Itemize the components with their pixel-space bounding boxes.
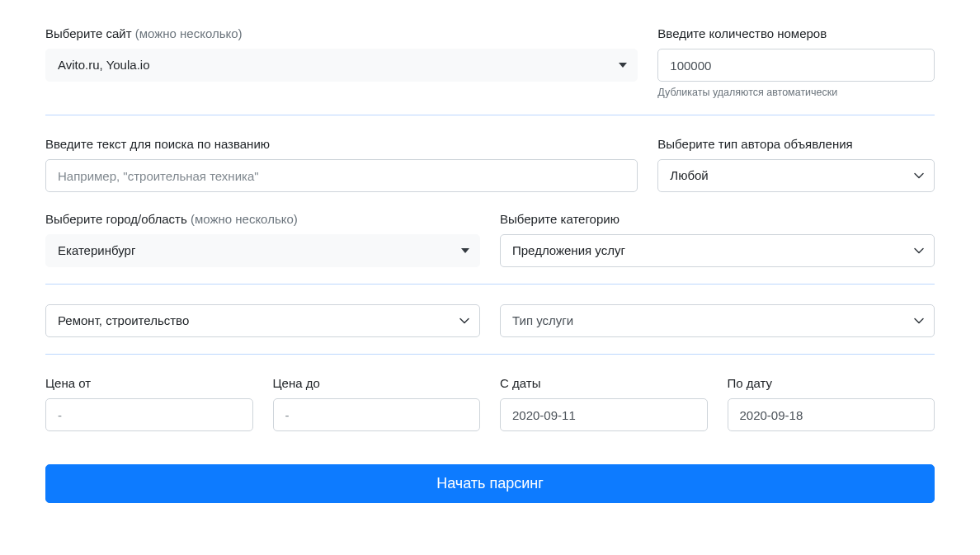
count-label: Введите количество номеров <box>657 25 935 42</box>
price-to-input[interactable] <box>273 398 481 431</box>
site-select-value: Avito.ru, Youla.io <box>58 56 149 75</box>
author-type-value: Любой <box>670 167 708 186</box>
date-from-label: С даты <box>500 374 708 392</box>
subcategory1-select[interactable]: Ремонт, строительство <box>45 304 480 337</box>
city-label-main: Выберите город/область <box>45 212 191 226</box>
divider <box>45 284 935 285</box>
subcategory2-select[interactable]: Тип услуги <box>500 304 935 337</box>
start-parsing-button[interactable]: Начать парсинг <box>45 464 935 503</box>
site-select[interactable]: Avito.ru, Youla.io <box>45 49 638 82</box>
count-input[interactable] <box>657 49 935 82</box>
category-select[interactable]: Предложения услуг <box>500 234 935 267</box>
search-text-label: Введите текст для поиска по названию <box>45 135 638 153</box>
date-to-input[interactable] <box>728 398 935 431</box>
site-label-main: Выберите сайт <box>45 26 135 40</box>
category-label: Выберите категорию <box>500 210 935 228</box>
count-hint: Дубликаты удаляются автоматически <box>657 87 935 98</box>
city-select-value: Екатеринбург <box>58 242 135 261</box>
divider <box>45 115 935 115</box>
author-type-label: Выберите тип автора объявления <box>657 135 935 153</box>
city-select[interactable]: Екатеринбург <box>45 234 480 267</box>
city-label-hint: (можно несколько) <box>191 212 298 226</box>
subcategory2-value: Тип услуги <box>512 312 573 331</box>
divider <box>45 354 935 355</box>
city-label: Выберите город/область (можно несколько) <box>45 210 480 228</box>
date-from-input[interactable] <box>500 398 708 431</box>
site-label: Выберите сайт (можно несколько) <box>45 25 638 42</box>
price-to-label: Цена до <box>273 374 481 392</box>
site-label-hint: (можно несколько) <box>135 26 243 40</box>
price-from-label: Цена от <box>45 374 253 392</box>
subcategory1-value: Ремонт, строительство <box>58 312 189 331</box>
search-text-input[interactable] <box>45 159 638 192</box>
price-from-input[interactable] <box>45 398 253 431</box>
author-type-select[interactable]: Любой <box>657 159 935 192</box>
date-to-label: По дату <box>728 374 935 392</box>
category-value: Предложения услуг <box>512 242 625 261</box>
